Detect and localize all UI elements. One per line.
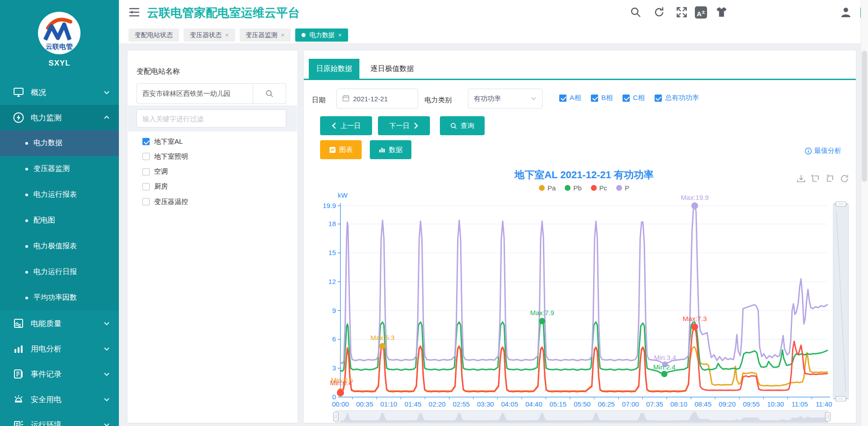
- svg-text:01:10: 01:10: [380, 400, 397, 408]
- chart-legend: PaPbPcP: [340, 184, 828, 192]
- query-search-icon: [450, 123, 457, 129]
- svg-text:11:40: 11:40: [816, 400, 832, 408]
- checkbox[interactable]: [142, 198, 150, 205]
- sidebar-item-运行环境[interactable]: 运行环境: [0, 412, 119, 426]
- station-search-button[interactable]: [253, 83, 286, 104]
- svg-text:kW: kW: [338, 192, 348, 199]
- sidebar-sub-item-配电图[interactable]: 配电图: [0, 208, 119, 233]
- tab-daily-extreme-data[interactable]: 逐日极值数据: [359, 59, 425, 79]
- svg-text:Min:3.4: Min:3.4: [654, 354, 676, 361]
- checkbox[interactable]: [559, 95, 566, 102]
- chart-view-button[interactable]: 图表: [320, 140, 362, 159]
- svg-text:19.9: 19.9: [323, 202, 336, 209]
- monitor-icon: [13, 86, 24, 98]
- marker-Min:0.4: [337, 389, 344, 396]
- legend-Pb[interactable]: Pb: [565, 184, 581, 192]
- page-tab-item-变配电站状态[interactable]: 变配电站状态: [128, 28, 179, 42]
- sidebar: 云联电管 SXYL 概况电力监测电力数据变压器监测电力运行报表配电图电力极值报表…: [0, 0, 119, 426]
- checkbox[interactable]: [142, 183, 150, 190]
- close-icon[interactable]: ×: [225, 32, 229, 38]
- theme-icon[interactable]: [716, 6, 727, 18]
- legend-P[interactable]: P: [616, 184, 629, 192]
- sidebar-item-事件记录[interactable]: 事件记录: [0, 361, 119, 387]
- circuit-item-地下室AL[interactable]: 地下室AL: [142, 136, 183, 147]
- date-picker[interactable]: 2021-12-21: [336, 89, 418, 109]
- close-icon[interactable]: ×: [281, 32, 285, 38]
- sidebar-sub-item-电力运行报表[interactable]: 电力运行报表: [0, 182, 119, 208]
- sidebar-sub-item-电力运行日报[interactable]: 电力运行日报: [0, 259, 119, 285]
- marker-Max:5.3: [379, 343, 386, 349]
- page-tab-item-电力数据[interactable]: 电力数据×: [295, 28, 348, 42]
- sidebar-sub-item-平均功率因数[interactable]: 平均功率因数: [0, 285, 119, 311]
- query-button[interactable]: 查询: [440, 116, 485, 135]
- org-code: SXYL: [0, 59, 119, 68]
- power-type-select[interactable]: 有功功率: [468, 89, 542, 109]
- tab-strip: 变配电站状态变压器状态×变压器监测×电力数据×: [119, 25, 868, 44]
- next-day-button[interactable]: 下一日: [378, 116, 430, 135]
- data-view-button[interactable]: 数据: [370, 140, 411, 159]
- extreme-analysis-link[interactable]: 最值分析: [805, 147, 841, 155]
- checkbox[interactable]: [655, 95, 662, 102]
- checkbox[interactable]: [142, 138, 150, 145]
- download-icon[interactable]: [797, 174, 806, 183]
- zoom-select-icon[interactable]: [811, 174, 820, 183]
- circuit-item-变压器温控[interactable]: 变压器温控: [142, 196, 188, 207]
- main-panel: 日原始数据 逐日极值数据 日期 2021-12-21 电力类别 有功功率 A相B…: [304, 51, 856, 423]
- translate-icon[interactable]: A文: [695, 6, 707, 19]
- close-icon[interactable]: ×: [338, 32, 342, 38]
- phase-item-B相[interactable]: B相: [591, 94, 613, 102]
- sidebar-item-电能质量[interactable]: 电能质量: [0, 311, 119, 336]
- sidebar-sub-item-电力数据[interactable]: 电力数据: [0, 130, 119, 156]
- power-line-chart[interactable]: 036912151819.9kW00:0000:3501:1001:4502:2…: [307, 192, 856, 423]
- legend-Pa[interactable]: Pa: [539, 184, 556, 192]
- circuit-item-空调[interactable]: 空调: [142, 166, 168, 177]
- keyword-filter-input[interactable]: [137, 109, 286, 128]
- sidebar-item-概况[interactable]: 概况: [0, 80, 119, 105]
- sidebar-sub-item-电力极值报表[interactable]: 电力极值报表: [0, 233, 119, 259]
- svg-text:02:55: 02:55: [453, 400, 470, 408]
- svg-text:Max:7.9: Max:7.9: [530, 309, 554, 317]
- svg-text:10:30: 10:30: [767, 400, 784, 408]
- restore-icon[interactable]: [840, 174, 849, 183]
- legend-Pc[interactable]: Pc: [591, 184, 608, 192]
- svg-text:3: 3: [332, 364, 336, 372]
- power-type-value: 有功功率: [474, 95, 527, 103]
- tab-daily-raw-data[interactable]: 日原始数据: [309, 59, 359, 79]
- search-icon[interactable]: [630, 6, 642, 18]
- station-name-input[interactable]: [137, 83, 253, 104]
- collapse-sidebar-icon[interactable]: [129, 7, 140, 17]
- phase-item-A相[interactable]: A相: [559, 94, 581, 102]
- checkbox[interactable]: [142, 168, 150, 175]
- sidebar-menu: 概况电力监测电力数据变压器监测电力运行报表配电图电力极值报表电力运行日报平均功率…: [0, 80, 119, 426]
- circuit-item-厨房[interactable]: 厨房: [142, 181, 168, 192]
- sidebar-item-电力监测[interactable]: 电力监测: [0, 105, 119, 130]
- zoom-reset-icon[interactable]: [826, 174, 835, 183]
- phase-item-总有功功率[interactable]: 总有功功率: [655, 94, 699, 102]
- svg-text:15: 15: [328, 249, 336, 256]
- page-tab-item-变压器监测[interactable]: 变压器监测×: [240, 28, 291, 42]
- svg-text:06:25: 06:25: [598, 400, 615, 408]
- chart-toolbox: [797, 174, 849, 183]
- checkbox[interactable]: [142, 153, 150, 160]
- fullscreen-icon[interactable]: [676, 6, 688, 18]
- marker-Min:2.4: [661, 371, 667, 377]
- checkbox[interactable]: [623, 95, 630, 102]
- refresh-icon[interactable]: [653, 6, 665, 18]
- svg-text:05:15: 05:15: [549, 400, 566, 408]
- sidebar-sub-item-变压器监测[interactable]: 变压器监测: [0, 156, 119, 182]
- circuit-item-地下室照明[interactable]: 地下室照明: [142, 151, 188, 162]
- phase-item-C相[interactable]: C相: [623, 94, 645, 102]
- sidebar-item-用电分析[interactable]: 用电分析: [0, 336, 119, 361]
- prev-day-button[interactable]: 上一日: [320, 116, 372, 135]
- svg-text:6: 6: [332, 335, 336, 343]
- page-scrollbar-thumb[interactable]: [862, 51, 867, 182]
- sidebar-item-安全用电[interactable]: 安全用电: [0, 387, 119, 412]
- legend-dot: [565, 185, 571, 191]
- checkbox[interactable]: [591, 95, 598, 102]
- marker-Max:7.3: [691, 323, 698, 330]
- page-tab-item-变压器状态[interactable]: 变压器状态×: [184, 28, 235, 42]
- app-root: 云联电管 SXYL 概况电力监测电力数据变压器监测电力运行报表配电图电力极值报表…: [0, 0, 868, 426]
- logo[interactable]: 云联电管: [38, 12, 80, 54]
- svg-text:Max:5.3: Max:5.3: [371, 334, 395, 341]
- user-icon[interactable]: [840, 6, 852, 18]
